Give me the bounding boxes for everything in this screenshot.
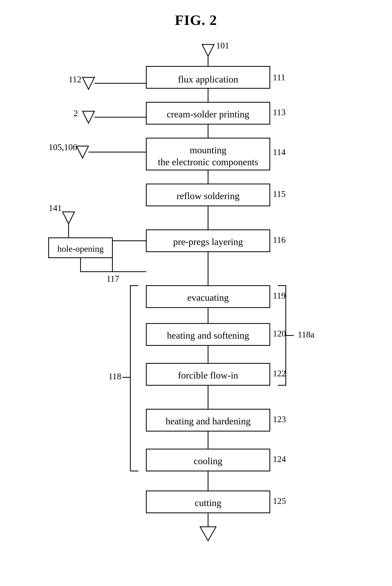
box-forcible-label: forcible flow-in xyxy=(178,370,238,380)
label-105-106: 105,106 xyxy=(49,142,77,152)
input-tri-105-106 xyxy=(76,146,88,158)
box-heating-soft-label: heating and softening xyxy=(167,330,249,341)
label-111: 111 xyxy=(273,72,286,82)
label-123: 123 xyxy=(273,414,286,424)
fig-title: FIG. 2 xyxy=(175,12,217,28)
box-mounting-label2: the electronic components xyxy=(158,157,258,167)
diagram-container: 101 flux application 111 112 cream-solde… xyxy=(37,40,356,579)
label-124: 124 xyxy=(273,454,286,464)
box-prepregs-label: pre-pregs layering xyxy=(173,236,243,247)
label-118a: 118a xyxy=(298,330,314,340)
label-2: 2 xyxy=(74,108,78,118)
box-cooling-label: cooling xyxy=(194,456,222,466)
brace-118 xyxy=(122,286,138,471)
label-117: 117 xyxy=(106,274,119,284)
label-125: 125 xyxy=(273,496,286,506)
input-tri-141 xyxy=(62,212,74,224)
box-cutting-label: cutting xyxy=(195,498,221,508)
box-heating-hard-label: heating and hardening xyxy=(166,416,250,426)
diagram-svg: 101 flux application 111 112 cream-solde… xyxy=(37,40,356,586)
page: FIG. 2 101 flux application 111 112 crea… xyxy=(0,0,392,586)
box-mounting-label1: mounting xyxy=(190,145,226,155)
label-118: 118 xyxy=(108,372,121,381)
label-120: 120 xyxy=(273,329,286,338)
box-evacuating-label: evacuating xyxy=(187,292,229,303)
label-116: 116 xyxy=(273,235,286,245)
label-141: 141 xyxy=(49,203,62,213)
label-112: 112 xyxy=(68,74,81,84)
label-114: 114 xyxy=(273,147,286,157)
box-reflow-label: reflow soldering xyxy=(176,190,240,201)
label-122: 122 xyxy=(273,368,286,378)
box-cream-label: cream-solder printing xyxy=(166,109,249,120)
input-tri-2 xyxy=(82,111,94,123)
top-input-triangle xyxy=(202,44,214,56)
box-flux-label: flux application xyxy=(178,74,238,84)
label-115: 115 xyxy=(273,189,286,199)
box-hole-label: hole-opening xyxy=(57,244,104,254)
label-119: 119 xyxy=(273,291,286,300)
label-101: 101 xyxy=(216,41,229,50)
label-113: 113 xyxy=(273,108,286,117)
output-triangle xyxy=(200,527,216,541)
input-tri-112 xyxy=(82,77,94,89)
